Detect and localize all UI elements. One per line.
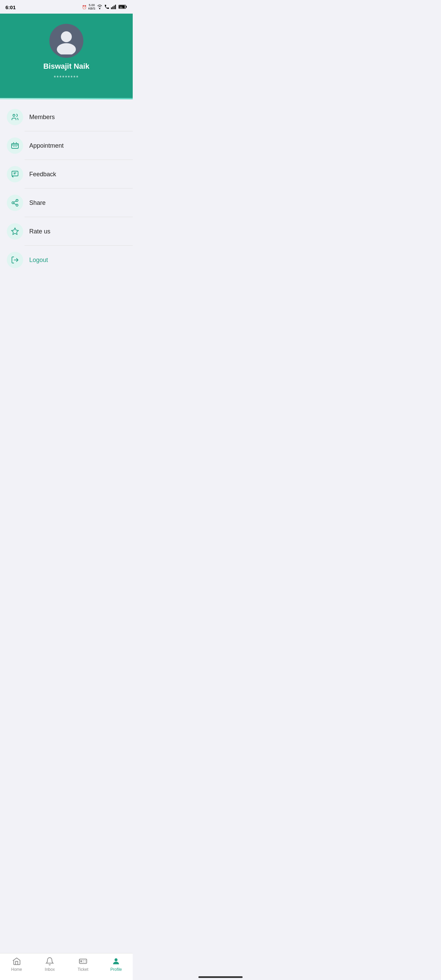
svg-rect-3	[115, 5, 116, 9]
rate-icon-circle	[7, 223, 23, 240]
status-icons: ⏰ 5.00 KB/S	[82, 4, 127, 11]
svg-point-13	[16, 199, 18, 202]
svg-point-15	[16, 204, 18, 206]
status-bar: 6:01 ⏰ 5.00 KB/S	[0, 0, 133, 14]
svg-line-16	[14, 204, 16, 205]
menu-item-members[interactable]: Members	[0, 103, 133, 131]
profile-password-mask: *********	[54, 75, 79, 81]
feedback-icon-circle	[7, 166, 23, 182]
svg-marker-18	[11, 228, 18, 234]
share-icon-circle	[7, 195, 23, 211]
status-time: 6:01	[5, 5, 16, 10]
members-label: Members	[29, 114, 55, 121]
wifi-icon	[97, 5, 103, 10]
logout-label: Logout	[29, 256, 48, 264]
svg-point-8	[61, 31, 72, 42]
svg-line-17	[14, 201, 16, 202]
network-speed: 5.00 KB/S	[88, 4, 95, 11]
svg-rect-12	[12, 171, 18, 176]
share-icon	[11, 199, 19, 207]
logout-icon	[11, 256, 19, 264]
rate-icon	[11, 227, 19, 235]
svg-rect-2	[114, 6, 115, 10]
battery-icon: 31	[118, 5, 127, 10]
members-icon	[11, 113, 19, 121]
appointment-icon	[11, 142, 19, 150]
svg-point-10	[13, 115, 15, 116]
rate-us-label: Rate us	[29, 228, 50, 235]
menu-item-appointment[interactable]: Appointment	[0, 131, 133, 160]
signal-icon	[111, 5, 117, 10]
feedback-label: Feedback	[29, 171, 56, 178]
svg-text:31: 31	[120, 6, 123, 8]
appointment-label: Appointment	[29, 142, 64, 150]
svg-point-14	[12, 202, 14, 204]
svg-rect-0	[111, 8, 112, 9]
menu-item-logout[interactable]: Logout	[0, 246, 133, 274]
svg-rect-11	[11, 143, 18, 148]
feedback-icon	[11, 170, 19, 178]
svg-rect-5	[126, 6, 127, 8]
profile-header: Biswajit Naik *********	[0, 14, 133, 98]
call-icon	[104, 4, 110, 10]
profile-name: Biswajit Naik	[43, 62, 89, 71]
alarm-icon: ⏰	[82, 5, 87, 10]
svg-rect-1	[112, 6, 113, 9]
members-icon-circle	[7, 109, 23, 125]
menu-item-rate-us[interactable]: Rate us	[0, 217, 133, 246]
share-label: Share	[29, 199, 46, 207]
appointment-icon-circle	[7, 137, 23, 154]
avatar	[49, 24, 83, 58]
menu-item-feedback[interactable]: Feedback	[0, 160, 133, 189]
logout-icon-circle	[7, 252, 23, 268]
menu-item-share[interactable]: Share	[0, 189, 133, 217]
menu-list: Members Appointment Feedback	[0, 99, 133, 278]
svg-point-9	[57, 43, 76, 54]
